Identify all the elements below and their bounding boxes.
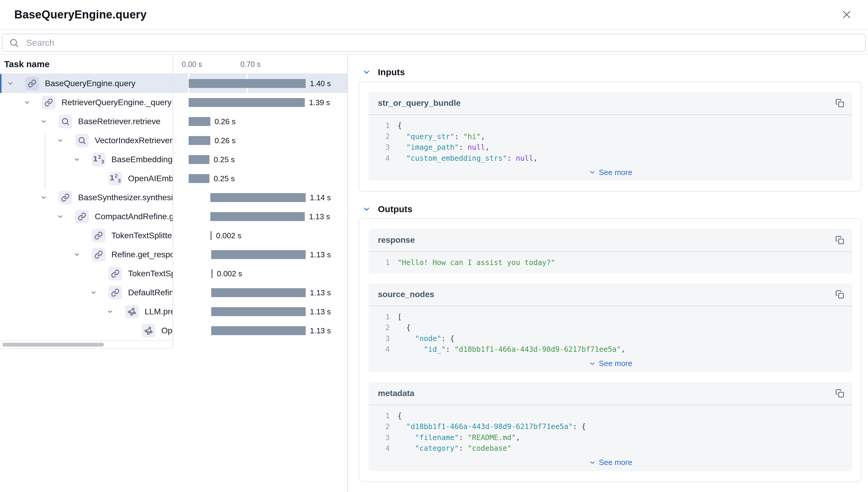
duration-bar[interactable] (210, 231, 212, 240)
code-line: 3 "image_path": null, (368, 142, 852, 153)
chevron-down-icon[interactable] (70, 153, 83, 166)
chevron-down-icon (589, 169, 596, 176)
llm-icon (142, 324, 155, 338)
chevron-down-icon[interactable] (21, 96, 33, 109)
link-icon (42, 96, 55, 109)
outputs-section-header[interactable]: Outputs (363, 192, 868, 214)
timeline-gridline (247, 74, 248, 340)
task-row-timeline[interactable]: 1.13 s (173, 245, 348, 264)
duration-bar[interactable] (210, 193, 306, 202)
task-row[interactable]: BaseRetriever.retrieve (0, 112, 173, 131)
code-line: 2 "query_str": "hi", (368, 131, 852, 142)
see-more-link[interactable]: See more (368, 355, 852, 372)
close-button[interactable] (840, 7, 854, 22)
chevron-down-icon[interactable] (54, 134, 67, 147)
task-label: BaseSynthesizer.synthesiz (78, 193, 173, 202)
task-row[interactable]: LLM.pre (0, 302, 173, 321)
task-row[interactable]: VectorIndexRetriever._ (0, 131, 173, 150)
duration-bar[interactable] (189, 174, 209, 183)
close-icon (841, 9, 852, 20)
chevron-down-icon[interactable] (4, 77, 17, 90)
task-row-timeline[interactable]: 0.25 s (173, 150, 348, 169)
task-tree-column: BaseQueryEngine.queryRetrieverQueryEngin… (0, 74, 173, 340)
duration-bar[interactable] (211, 288, 306, 297)
duration-label: 1.40 s (310, 79, 331, 88)
line-number: 2 (368, 421, 390, 432)
search-box[interactable] (2, 33, 866, 52)
copy-button[interactable] (835, 389, 844, 398)
task-row-timeline[interactable]: 1.39 s (173, 93, 348, 112)
task-row[interactable]: RetrieverQueryEngine._query (0, 93, 173, 112)
json-code-block: 1{2 "query_str": "hi",3 "image_path": nu… (368, 115, 852, 164)
task-row-timeline[interactable]: 1.40 s (173, 74, 348, 93)
task-row-timeline[interactable]: 0.26 s (173, 131, 348, 150)
inputs-section-header[interactable]: Inputs (363, 55, 868, 77)
duration-bar[interactable] (211, 326, 306, 335)
task-row[interactable]: Ope (0, 321, 173, 340)
chevron-down-icon[interactable] (87, 286, 100, 299)
task-row[interactable]: TokenTextSplitter. (0, 226, 173, 245)
task-label: TokenTextSp (128, 269, 173, 278)
task-row[interactable]: BaseSynthesizer.synthesiz (0, 188, 173, 207)
copy-icon (835, 99, 844, 107)
json-code-block: 1{2 "d18bb1f1-466a-443d-98d9-6217bf71ee5… (368, 405, 852, 454)
task-label: BaseRetriever.retrieve (78, 117, 160, 126)
task-row[interactable]: 123OpenAIEmbe (0, 169, 173, 188)
duration-bar[interactable] (189, 117, 210, 126)
horizontal-scrollbar[interactable] (0, 340, 173, 349)
task-row-timeline[interactable]: 1.13 s (173, 283, 348, 302)
scrollbar-thumb[interactable] (2, 343, 104, 346)
link-icon (92, 229, 105, 242)
task-row-timeline[interactable]: 1.13 s (173, 302, 348, 321)
duration-bar[interactable] (189, 136, 210, 145)
task-row-timeline[interactable]: 0.26 s (173, 112, 348, 131)
page-title: BaseQueryEngine.query (14, 8, 147, 21)
task-row[interactable]: 123BaseEmbedding.g (0, 150, 173, 169)
code-line: 1{ (368, 411, 852, 422)
task-row-timeline[interactable]: 1.13 s (173, 321, 348, 340)
task-row-timeline[interactable]: 0.002 s (173, 264, 348, 283)
copy-button[interactable] (835, 290, 844, 299)
duration-bar[interactable] (211, 307, 306, 316)
chevron-down-icon[interactable] (54, 210, 67, 223)
chevron-down-icon[interactable] (37, 191, 50, 204)
duration-bar[interactable] (211, 250, 306, 259)
duration-bar[interactable] (189, 155, 209, 164)
duration-bar[interactable] (210, 212, 305, 221)
code-line: 4 "id_": "d18bb1f1-466a-443d-98d9-6217bf… (368, 344, 852, 355)
chevron-down-icon[interactable] (104, 305, 117, 318)
code-line: 2 "d18bb1f1-466a-443d-98d9-6217bf71ee5a"… (368, 421, 852, 432)
chevron-down-icon[interactable] (37, 115, 50, 128)
task-row-timeline[interactable]: 0.25 s (173, 169, 348, 188)
duration-bar[interactable] (211, 269, 213, 278)
duration-bar[interactable] (189, 79, 306, 88)
see-more-link[interactable]: See more (368, 164, 852, 181)
search-input[interactable] (26, 38, 865, 48)
task-row-timeline[interactable]: 0.002 s (173, 226, 348, 245)
line-number: 3 (368, 142, 390, 153)
trace-tree-pane: Task name 0.00 s0.70 s BaseQueryEngine.q… (0, 55, 348, 349)
line-number: 2 (368, 322, 390, 333)
copy-button[interactable] (835, 99, 844, 107)
llm-icon-glyph (144, 326, 153, 335)
task-row[interactable]: CompactAndRefine.ge (0, 207, 173, 226)
trace-detail-window: BaseQueryEngine.query Task name 0.00 s0.… (0, 0, 868, 492)
link-icon (75, 210, 89, 223)
field-card-header: response (368, 229, 852, 252)
copy-button[interactable] (835, 236, 844, 245)
task-row-timeline[interactable]: 1.14 s (173, 188, 348, 207)
task-label: CompactAndRefine.ge (95, 212, 173, 221)
task-row[interactable]: DefaultRefine (0, 283, 173, 302)
task-row-timeline[interactable]: 1.13 s (173, 207, 348, 226)
chevron-down-icon[interactable] (70, 248, 83, 261)
code-line: 4 "custom_embedding_strs": null, (368, 153, 852, 164)
duration-label: 0.002 s (216, 231, 241, 240)
field-card-header: str_or_query_bundle (368, 92, 852, 115)
duration-label: 1.14 s (310, 193, 331, 202)
task-row[interactable]: Refine.get_respo (0, 245, 173, 264)
task-row[interactable]: BaseQueryEngine.query (0, 74, 173, 93)
see-more-link[interactable]: See more (368, 454, 852, 471)
field-card: source_nodes1[2 {3 "node": {4 "id_": "d1… (368, 283, 852, 372)
duration-bar[interactable] (189, 98, 305, 107)
task-row[interactable]: TokenTextSp (0, 264, 173, 283)
